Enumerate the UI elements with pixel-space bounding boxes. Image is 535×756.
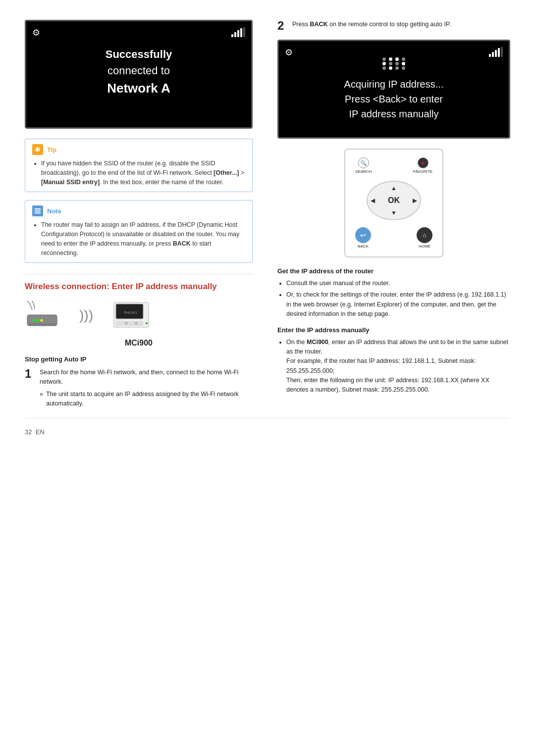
step-1-number: 1	[25, 368, 35, 408]
svg-point-6	[33, 319, 35, 322]
stop-auto-ip-heading: Stop getting Auto IP	[25, 355, 253, 363]
svg-rect-29	[501, 47, 503, 57]
favorite-button-group: ♥ FAVORITE	[413, 157, 432, 174]
acquiring-line1: Acquiring IP address...	[344, 77, 444, 92]
step-2-number: 2	[277, 20, 287, 32]
svg-text:))): )))	[79, 307, 93, 323]
svg-rect-2	[237, 30, 239, 37]
dot	[382, 62, 386, 65]
step-1-content: Search for the home Wi-Fi network, and t…	[40, 368, 253, 408]
model-label: MCi900	[25, 339, 253, 348]
router-icon	[25, 300, 69, 330]
get-ip-item-2: Or, to check for the settings of the rou…	[286, 290, 510, 319]
page-number: 32 EN	[25, 428, 45, 436]
note-list: The router may fail to assign an IP addr…	[32, 220, 245, 257]
note-header: Note	[32, 205, 245, 216]
note-label: Note	[47, 207, 61, 215]
gear-icon-2: ⚙	[285, 47, 293, 58]
tv-acquiring-screen: ⚙	[277, 40, 510, 139]
step-1-text: Search for the home Wi-Fi network, and t…	[40, 369, 239, 385]
enter-ip-item-1: On the MCi900, enter an IP address that …	[286, 338, 510, 395]
tv-success-screen: ⚙ Successfully connected to Network A	[25, 20, 253, 129]
step-1: 1 Search for the home Wi-Fi network, and…	[25, 368, 253, 408]
note-item: The router may fail to assign an IP addr…	[41, 220, 245, 257]
wireless-connection-heading: Wireless connection: Enter IP address ma…	[25, 281, 253, 292]
back-label: BACK	[358, 244, 369, 249]
step-1-sub-text: The unit starts to acquire an IP address…	[46, 390, 253, 408]
sub-bullet: »	[40, 390, 43, 408]
dot	[395, 57, 399, 61]
remote-control: 🔍 SEARCH ♥ FAVORITE ▲ ◀ OK ▶	[344, 149, 443, 257]
remote-control-diagram: 🔍 SEARCH ♥ FAVORITE ▲ ◀ OK ▶	[277, 149, 510, 257]
home-button-group: ⌂ HOME	[417, 227, 432, 249]
remote-bottom-buttons: ↩ BACK ⌂ HOME	[355, 227, 432, 249]
step-2: 2 Press BACK on the remote control to st…	[277, 20, 510, 32]
tip-label: Tip	[47, 146, 56, 153]
dot	[389, 57, 392, 61]
dot	[395, 66, 399, 70]
gear-icon: ⚙	[32, 27, 40, 38]
ok-button[interactable]: OK	[388, 196, 400, 205]
success-line2: connected to	[106, 62, 172, 79]
favorite-button-icon[interactable]: ♥	[418, 157, 428, 168]
favorite-label: FAVORITE	[413, 169, 432, 174]
nav-down-arrow[interactable]: ▼	[391, 209, 397, 216]
acquiring-line2: Press <Back> to enter	[344, 92, 444, 106]
nav-right-arrow[interactable]: ▶	[413, 197, 417, 204]
svg-point-9	[45, 319, 47, 322]
dot	[402, 66, 405, 70]
search-button-group: 🔍 SEARCH	[355, 157, 372, 174]
tip-star-icon: ✱	[32, 144, 43, 155]
note-box: Note The router may fail to assign an IP…	[25, 200, 253, 263]
search-button-icon[interactable]: 🔍	[358, 157, 369, 168]
dot	[402, 62, 405, 65]
svg-point-7	[37, 319, 39, 322]
dot	[382, 66, 386, 70]
step-1-sub: » The unit starts to acquire an IP addre…	[40, 390, 253, 408]
get-ip-heading: Get the IP address of the router	[277, 267, 510, 275]
navigation-circle: ▲ ◀ OK ▶ ▼	[367, 181, 421, 220]
tip-box: ✱ Tip If you have hidden the SSID of the…	[25, 139, 253, 192]
tip-header: ✱ Tip	[32, 144, 245, 155]
acquiring-dots	[382, 57, 405, 71]
enter-ip-heading: Enter the IP address manually	[277, 326, 510, 334]
success-line1: Successfully	[106, 46, 172, 62]
svg-rect-1	[234, 32, 236, 37]
svg-text:PHILIPS: PHILIPS	[124, 311, 137, 314]
tip-list: If you have hidden the SSID of the route…	[32, 159, 245, 187]
svg-rect-26	[492, 52, 494, 57]
dot	[382, 57, 386, 61]
svg-point-22	[125, 322, 128, 325]
connection-diagram: ))) PHILIPS	[25, 300, 253, 330]
get-ip-item-1: Consult the user manual of the router.	[286, 279, 510, 288]
back-bold: BACK	[310, 21, 327, 28]
get-ip-list: Consult the user manual of the router. O…	[277, 279, 510, 319]
wifi-waves-icon: )))	[79, 302, 99, 327]
back-button[interactable]: ↩	[355, 227, 371, 243]
nav-left-arrow[interactable]: ◀	[371, 197, 375, 204]
search-label: SEARCH	[355, 169, 372, 174]
svg-point-23	[135, 322, 138, 325]
svg-rect-25	[489, 54, 491, 57]
success-message: Successfully connected to Network A	[106, 46, 172, 98]
acquiring-line3: IP address manually	[344, 106, 444, 121]
nav-up-arrow[interactable]: ▲	[391, 185, 397, 192]
section-divider	[25, 274, 253, 274]
dot	[402, 57, 405, 61]
svg-rect-4	[243, 27, 245, 37]
dot	[395, 62, 399, 65]
enter-ip-list: On the MCi900, enter an IP address that …	[277, 338, 510, 395]
svg-rect-3	[240, 28, 242, 37]
back-button-group: ↩ BACK	[355, 227, 371, 249]
home-button[interactable]: ⌂	[417, 227, 432, 243]
svg-rect-0	[231, 34, 233, 37]
svg-point-8	[41, 319, 43, 322]
page-footer: 32 EN	[25, 418, 510, 436]
remote-body: 🔍 SEARCH ♥ FAVORITE ▲ ◀ OK ▶	[344, 149, 443, 257]
success-line3: Network A	[106, 79, 172, 98]
acquiring-message: Acquiring IP address... Press <Back> to …	[344, 77, 444, 121]
note-icon	[32, 205, 43, 216]
svg-point-24	[146, 322, 148, 324]
home-label: HOME	[419, 244, 430, 249]
signal-icon	[231, 27, 245, 40]
